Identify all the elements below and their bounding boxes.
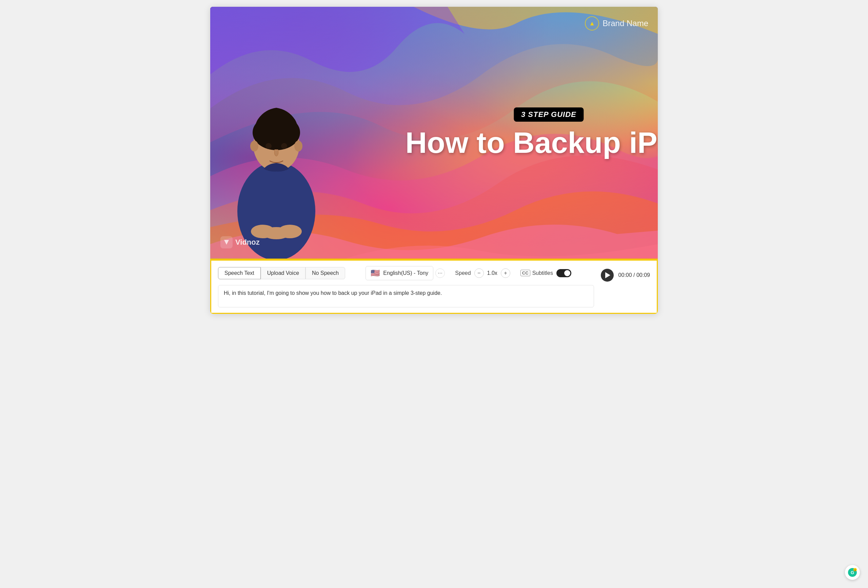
speed-decrease-btn[interactable]: −: [474, 268, 484, 278]
controls-wrapper: Speech Text Upload Voice No Speech 🇺🇸 En…: [210, 259, 658, 314]
svg-point-6: [266, 143, 272, 149]
voice-selector[interactable]: 🇺🇸 English(US) - Tony: [366, 266, 433, 280]
presenter-svg: [224, 83, 329, 259]
svg-point-10: [263, 227, 290, 239]
play-icon: [605, 272, 610, 278]
presenter-figure: [224, 44, 329, 258]
subtitles-text: Subtitles: [532, 270, 553, 276]
controls-left: Speech Text Upload Voice No Speech 🇺🇸 En…: [218, 266, 594, 307]
subtitles-control: CC Subtitles: [520, 269, 571, 277]
cc-badge: CC: [520, 270, 530, 276]
speech-text-input[interactable]: [218, 285, 594, 307]
time-display: 00:00 / 00:09: [619, 272, 650, 278]
brand-icon: ▲: [585, 16, 599, 31]
speed-label: Speed: [455, 270, 471, 276]
main-title: How to Backup iPad: [405, 128, 658, 158]
video-preview: ▲ Brand Name 3 STEP GUIDE How to Backup …: [210, 7, 658, 259]
top-brand: ▲ Brand Name: [585, 16, 648, 31]
svg-point-5: [294, 141, 303, 152]
controls-bar: Speech Text Upload Voice No Speech 🇺🇸 En…: [211, 259, 657, 313]
brand-logo-icon: [220, 236, 233, 248]
grammarly-icon: G 1: [848, 568, 857, 577]
tab-speech-text[interactable]: Speech Text: [218, 267, 261, 279]
subtitles-label: CC Subtitles: [520, 270, 553, 276]
subtitles-toggle[interactable]: [557, 269, 571, 277]
svg-point-4: [250, 141, 258, 152]
flag-icon: 🇺🇸: [371, 269, 380, 277]
controls-top-row: Speech Text Upload Voice No Speech 🇺🇸 En…: [218, 266, 594, 280]
controls-right: 00:00 / 00:09: [601, 266, 650, 281]
brand-name-text: Vidnoz: [235, 238, 260, 247]
top-brand-text: Brand Name: [602, 19, 648, 28]
tab-no-speech[interactable]: No Speech: [306, 267, 345, 279]
grammarly-button[interactable]: G 1: [845, 565, 860, 580]
speed-control: Speed − 1.0x +: [455, 268, 510, 278]
video-title-area: 3 STEP GUIDE How to Backup iPad: [405, 108, 658, 158]
svg-text:G: G: [851, 570, 854, 575]
voice-label: English(US) - Tony: [383, 270, 428, 276]
step-badge: 3 STEP GUIDE: [514, 108, 584, 122]
play-button[interactable]: [601, 269, 614, 281]
tab-upload-voice[interactable]: Upload Voice: [261, 267, 306, 279]
svg-point-7: [281, 143, 287, 149]
more-options-icon[interactable]: ⋯: [435, 268, 445, 278]
brand-watermark: Vidnoz: [220, 236, 260, 248]
speed-increase-btn[interactable]: +: [501, 268, 510, 278]
tab-group: Speech Text Upload Voice No Speech: [218, 267, 345, 279]
speed-value: 1.0x: [487, 270, 497, 276]
svg-text:1: 1: [855, 569, 856, 572]
app-container: ▲ Brand Name 3 STEP GUIDE How to Backup …: [210, 7, 658, 314]
